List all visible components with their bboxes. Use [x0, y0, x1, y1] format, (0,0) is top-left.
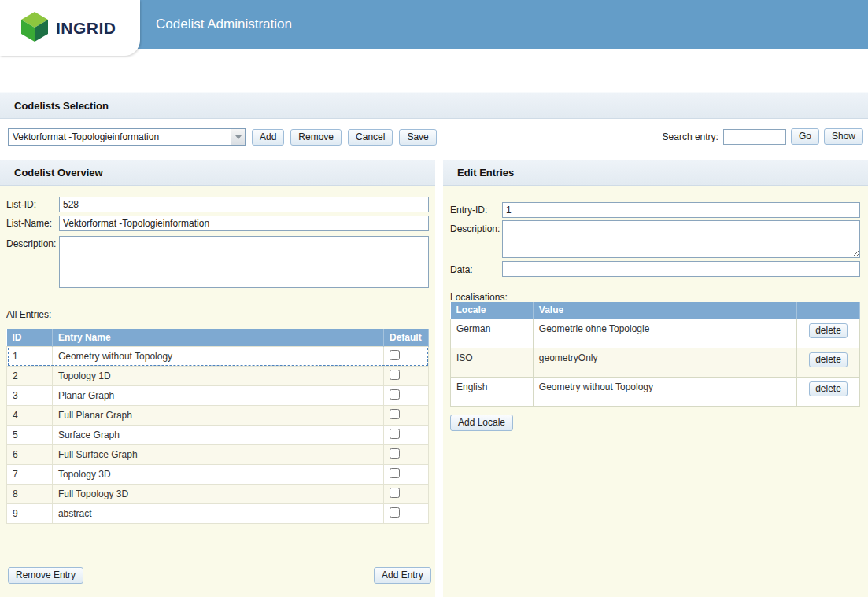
search-group: Search entry: Go Show [663, 128, 863, 145]
cancel-button[interactable]: Cancel [348, 129, 393, 146]
edit-description-field[interactable] [502, 220, 860, 258]
default-checkbox[interactable] [390, 389, 400, 400]
entry-default-cell [383, 504, 428, 524]
entry-default-cell [383, 367, 428, 386]
chevron-down-icon[interactable] [231, 129, 245, 145]
codelists-selection-title: Codelists Selection [14, 100, 109, 112]
localisation-row: EnglishGeometry without Topologydelete [451, 377, 860, 406]
codelist-combobox-value: Vektorformat -Topologieinformation [9, 129, 245, 145]
entry-row[interactable]: 8Full Topology 3D [7, 485, 429, 504]
entry-id-cell: 6 [7, 445, 53, 465]
loc-col-value: Value [533, 302, 796, 319]
entry-id-cell: 9 [7, 504, 53, 524]
codelist-overview-header: Codelist Overview [0, 160, 435, 186]
entry-row[interactable]: 3Planar Graph [7, 386, 429, 406]
entry-row[interactable]: 7Topology 3D [7, 465, 429, 485]
edit-entries-title: Edit Entries [457, 167, 514, 179]
loc-col-action [797, 302, 860, 319]
add-entry-button[interactable]: Add Entry [374, 567, 431, 584]
localisations-table-body: GermanGeometrie ohne TopologiedeleteISOg… [451, 319, 860, 406]
locale-action-cell: delete [797, 319, 860, 348]
entry-default-cell [383, 406, 428, 426]
default-checkbox[interactable] [390, 370, 400, 380]
entry-id-label: Entry-ID: [450, 205, 487, 216]
entry-default-cell [383, 465, 428, 485]
page-title: Codelist Administration [156, 0, 292, 49]
entry-row[interactable]: 9abstract [7, 504, 429, 524]
data-field[interactable] [502, 261, 860, 277]
entries-col-name: Entry Name [52, 329, 383, 347]
locale-cell: ISO [451, 348, 534, 377]
entry-name-cell: Topology 3D [52, 465, 383, 485]
entry-id-cell: 2 [7, 367, 53, 386]
description-label: Description: [6, 238, 56, 249]
add-locale-button[interactable]: Add Locale [450, 415, 513, 431]
entry-name-cell: Topology 1D [52, 367, 383, 386]
entries-table: ID Entry Name Default 1Geometry without … [6, 329, 429, 524]
default-checkbox[interactable] [390, 488, 400, 498]
edit-description-label: Description: [450, 223, 500, 234]
entry-default-cell [383, 347, 428, 367]
entry-name-cell: Full Planar Graph [52, 406, 383, 426]
go-button[interactable]: Go [791, 128, 819, 145]
locale-action-cell: delete [797, 348, 860, 377]
default-checkbox[interactable] [390, 507, 400, 518]
add-button[interactable]: Add [252, 129, 284, 146]
entries-table-body: 1Geometry without Topology2Topology 1D3P… [7, 347, 429, 524]
edit-entries-panel: Edit Entries Entry-ID: Description: Data… [443, 160, 868, 597]
entry-row[interactable]: 1Geometry without Topology [7, 347, 429, 367]
entry-default-cell [383, 426, 428, 445]
entry-row[interactable]: 4Full Planar Graph [7, 406, 429, 426]
locale-cell: English [451, 377, 534, 406]
locale-cell: German [451, 319, 534, 348]
codelist-combobox[interactable]: Vektorformat -Topologieinformation [8, 128, 246, 146]
localisations-table: Locale Value GermanGeometrie ohne Topolo… [450, 302, 860, 407]
entry-name-cell: abstract [52, 504, 383, 524]
logo: INGRID [0, 0, 140, 56]
default-checkbox[interactable] [390, 448, 400, 459]
default-checkbox[interactable] [390, 429, 400, 439]
entry-name-cell: Planar Graph [52, 386, 383, 406]
all-entries-label: All Entries: [6, 309, 51, 320]
description-field[interactable] [59, 236, 429, 288]
localisations-label: Localisations: [450, 292, 508, 303]
entry-name-cell: Full Surface Graph [52, 445, 383, 465]
remove-entry-button[interactable]: Remove Entry [8, 567, 83, 584]
entry-row[interactable]: 2Topology 1D [7, 367, 429, 386]
delete-locale-button[interactable]: delete [809, 381, 848, 396]
entry-default-cell [383, 386, 428, 406]
search-input[interactable] [723, 129, 786, 145]
localisation-row: ISOgeometryOnlydelete [451, 348, 860, 377]
default-checkbox[interactable] [390, 468, 400, 478]
remove-button[interactable]: Remove [290, 129, 342, 146]
list-id-label: List-ID: [6, 199, 36, 210]
entry-name-cell: Geometry without Topology [52, 347, 383, 367]
entry-id-cell: 4 [7, 406, 53, 426]
codelist-controls: Vektorformat -Topologieinformation Add R… [8, 128, 437, 146]
codelist-overview-panel: Codelist Overview List-ID: List-Name: De… [0, 160, 435, 597]
entry-id-field[interactable] [502, 202, 860, 218]
delete-locale-button[interactable]: delete [809, 352, 848, 367]
data-label: Data: [450, 264, 473, 275]
entry-name-cell: Surface Graph [52, 426, 383, 445]
show-button[interactable]: Show [824, 128, 863, 145]
delete-locale-button[interactable]: delete [809, 323, 848, 338]
list-id-field[interactable] [59, 197, 429, 212]
default-checkbox[interactable] [390, 409, 400, 419]
entry-id-cell: 8 [7, 485, 53, 504]
edit-entries-header: Edit Entries [443, 160, 868, 186]
locale-value-cell: Geometry without Topology [533, 377, 796, 406]
codelists-selection-header: Codelists Selection [0, 92, 868, 119]
entry-default-cell [383, 445, 428, 465]
search-entry-label: Search entry: [663, 131, 718, 142]
locale-value-cell: Geometrie ohne Topologie [533, 319, 796, 348]
ingrid-gem-icon [20, 11, 49, 45]
loc-col-locale: Locale [451, 302, 534, 319]
save-button[interactable]: Save [399, 129, 436, 146]
default-checkbox[interactable] [390, 350, 400, 360]
entry-row[interactable]: 5Surface Graph [7, 426, 429, 445]
entries-table-header-row: ID Entry Name Default [7, 329, 429, 347]
entry-row[interactable]: 6Full Surface Graph [7, 445, 429, 465]
locale-value-cell: geometryOnly [533, 348, 796, 377]
list-name-field[interactable] [59, 216, 429, 231]
